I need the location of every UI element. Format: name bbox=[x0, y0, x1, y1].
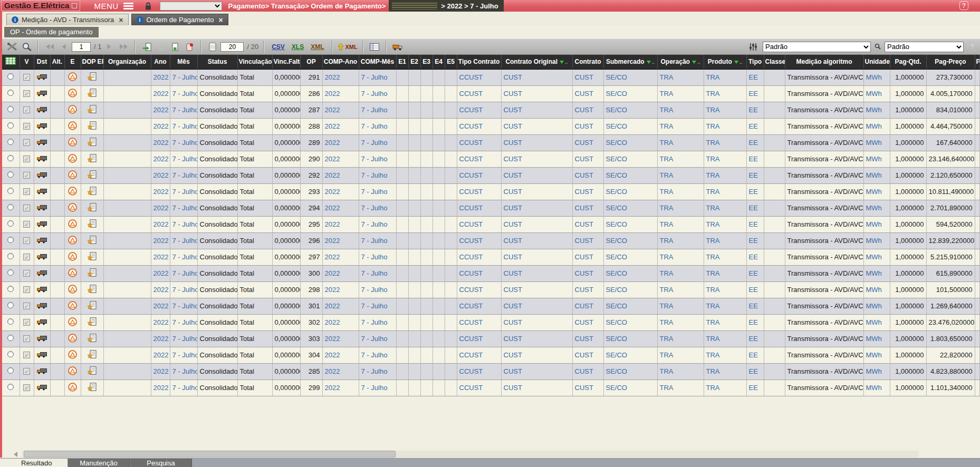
contrato-link[interactable]: CUST bbox=[575, 253, 593, 261]
export-csv-link[interactable]: CSV bbox=[272, 43, 285, 51]
unidade-link[interactable]: MWh bbox=[866, 90, 882, 98]
scroll-left-icon[interactable] bbox=[14, 452, 17, 457]
v-checkbox[interactable]: ✓ bbox=[23, 188, 30, 195]
submercado-link[interactable]: SE/CO bbox=[606, 106, 627, 114]
e-logo-icon[interactable] bbox=[68, 255, 77, 262]
export-xls-link[interactable]: XLS bbox=[292, 43, 304, 51]
tipo-link[interactable]: EE bbox=[749, 351, 758, 359]
comp-mes-link[interactable]: 7 - Julho bbox=[361, 90, 388, 98]
ano-link[interactable]: 2022 bbox=[153, 106, 169, 114]
e-logo-icon[interactable] bbox=[68, 336, 77, 344]
tab-ordem-de-pagamento[interactable]: i Ordem de Pagamento × bbox=[131, 14, 228, 25]
filter-icon[interactable] bbox=[734, 61, 738, 64]
produto-link[interactable]: TRA bbox=[706, 171, 720, 179]
dst-truck-icon[interactable] bbox=[37, 352, 47, 359]
tipo-link[interactable]: EE bbox=[749, 253, 758, 261]
contrato-original-link[interactable]: CUST bbox=[504, 188, 522, 196]
mes-link[interactable]: 7 - Julho bbox=[172, 302, 198, 310]
row-select-radio[interactable] bbox=[7, 171, 14, 178]
row-select-radio[interactable] bbox=[7, 237, 14, 243]
dop-ep-doc-icon[interactable] bbox=[88, 336, 97, 344]
contrato-link[interactable]: CUST bbox=[575, 237, 593, 245]
e-logo-icon[interactable] bbox=[68, 189, 77, 197]
unidade-link[interactable]: MWh bbox=[866, 73, 882, 81]
submercado-link[interactable]: SE/CO bbox=[606, 237, 627, 245]
col-header-pag-pre-o[interactable]: Pag-Preço bbox=[926, 55, 975, 69]
comp-mes-link[interactable]: 7 - Julho bbox=[361, 351, 388, 359]
ano-link[interactable]: 2022 bbox=[153, 204, 169, 212]
col-header-e[interactable]: E bbox=[64, 55, 81, 69]
mes-link[interactable]: 7 - Julho bbox=[172, 220, 198, 228]
row-select-radio[interactable] bbox=[7, 204, 14, 210]
unidade-link[interactable]: MWh bbox=[866, 269, 882, 277]
ano-link[interactable]: 2022 bbox=[153, 253, 169, 261]
tipo-contrato-link[interactable]: CCUST bbox=[459, 367, 483, 375]
contrato-link[interactable]: CUST bbox=[575, 188, 593, 196]
mes-link[interactable]: 7 - Julho bbox=[172, 122, 198, 130]
tipo-link[interactable]: EE bbox=[749, 122, 758, 130]
produto-link[interactable]: TRA bbox=[706, 90, 720, 98]
dop-ep-doc-icon[interactable] bbox=[88, 385, 97, 393]
unidade-link[interactable]: MWh bbox=[866, 351, 882, 359]
v-checkbox[interactable]: ✓ bbox=[23, 172, 30, 179]
tipo-link[interactable]: EE bbox=[749, 269, 758, 277]
first-page-icon[interactable] bbox=[43, 41, 56, 53]
comp-mes-link[interactable]: 7 - Julho bbox=[361, 220, 388, 228]
dop-ep-doc-icon[interactable] bbox=[88, 74, 97, 82]
col-header-e2[interactable]: E2 bbox=[408, 55, 420, 69]
operacao-link[interactable]: TRA bbox=[660, 122, 674, 130]
col-header-contrato[interactable]: Contrato bbox=[572, 55, 603, 69]
col-header-opera-o[interactable]: Operação.. bbox=[657, 55, 704, 69]
sliders-icon[interactable] bbox=[746, 41, 759, 53]
tipo-link[interactable]: EE bbox=[749, 204, 758, 212]
dst-truck-icon[interactable] bbox=[37, 90, 47, 98]
contrato-original-link[interactable]: CUST bbox=[504, 106, 522, 114]
col-header-tipo[interactable]: Tipo bbox=[746, 55, 764, 69]
comp-mes-link[interactable]: 7 - Julho bbox=[361, 106, 388, 114]
operacao-link[interactable]: TRA bbox=[660, 188, 674, 196]
ano-link[interactable]: 2022 bbox=[153, 90, 169, 98]
row-select-radio[interactable] bbox=[7, 106, 14, 112]
submercado-link[interactable]: SE/CO bbox=[606, 286, 627, 294]
filter-icon[interactable] bbox=[560, 61, 564, 64]
submercado-link[interactable]: SE/CO bbox=[606, 335, 627, 343]
row-select-radio[interactable] bbox=[7, 384, 14, 390]
dop-ep-doc-icon[interactable] bbox=[88, 172, 97, 180]
tipo-link[interactable]: EE bbox=[749, 171, 758, 179]
v-checkbox[interactable]: ✓ bbox=[23, 319, 30, 326]
contrato-link[interactable]: CUST bbox=[575, 122, 593, 130]
produto-link[interactable]: TRA bbox=[706, 188, 720, 196]
comp-ano-link[interactable]: 2022 bbox=[325, 73, 340, 81]
contrato-link[interactable]: CUST bbox=[575, 73, 593, 81]
e-logo-icon[interactable] bbox=[68, 385, 77, 393]
last-page-icon[interactable] bbox=[117, 41, 130, 53]
mes-link[interactable]: 7 - Julho bbox=[172, 253, 198, 261]
submercado-link[interactable]: SE/CO bbox=[606, 139, 627, 147]
v-checkbox[interactable]: ✓ bbox=[23, 155, 30, 162]
unidade-link[interactable]: MWh bbox=[866, 106, 882, 114]
tipo-link[interactable]: EE bbox=[749, 335, 758, 343]
submercado-link[interactable]: SE/CO bbox=[606, 367, 627, 375]
operacao-link[interactable]: TRA bbox=[660, 155, 674, 163]
e-logo-icon[interactable] bbox=[68, 157, 77, 164]
tipo-contrato-link[interactable]: CCUST bbox=[459, 155, 483, 163]
produto-link[interactable]: TRA bbox=[706, 139, 720, 147]
truck-icon[interactable] bbox=[391, 41, 404, 53]
mes-link[interactable]: 7 - Julho bbox=[172, 318, 198, 326]
comp-ano-link[interactable]: 2022 bbox=[325, 367, 340, 375]
row-select-radio[interactable] bbox=[7, 318, 14, 325]
e-logo-icon[interactable] bbox=[68, 124, 77, 132]
mes-link[interactable]: 7 - Julho bbox=[172, 73, 198, 81]
dst-truck-icon[interactable] bbox=[37, 303, 47, 310]
dst-truck-icon[interactable] bbox=[37, 254, 47, 261]
produto-link[interactable]: TRA bbox=[706, 253, 720, 261]
submercado-link[interactable]: SE/CO bbox=[606, 204, 627, 212]
breadcrumb[interactable]: Pagamento> Transação> Ordem de Pagamento… bbox=[228, 2, 386, 10]
contrato-original-link[interactable]: CUST bbox=[504, 253, 522, 261]
dst-truck-icon[interactable] bbox=[37, 188, 47, 196]
submercado-link[interactable]: SE/CO bbox=[606, 384, 627, 392]
produto-link[interactable]: TRA bbox=[706, 367, 720, 375]
e-logo-icon[interactable] bbox=[68, 304, 77, 312]
contrato-link[interactable]: CUST bbox=[575, 106, 593, 114]
tipo-contrato-link[interactable]: CCUST bbox=[459, 139, 483, 147]
